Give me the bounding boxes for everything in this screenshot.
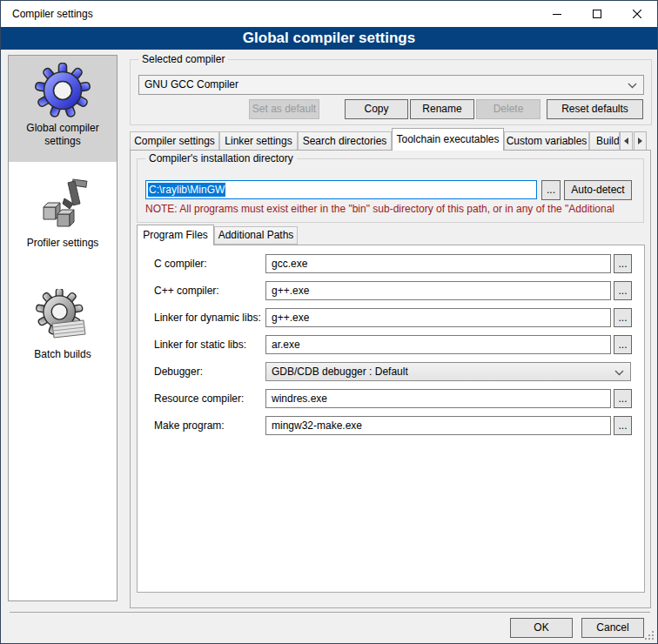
c-compiler-value: gcc.exe <box>272 258 307 270</box>
set-as-default-button: Set as default <box>249 99 319 119</box>
compiler-select[interactable]: GNU GCC Compiler <box>138 75 644 95</box>
chevron-down-icon <box>628 83 637 89</box>
profiler-caliper-icon <box>35 178 91 233</box>
make-program-value: mingw32-make.exe <box>272 419 362 432</box>
browse-button-c-compiler[interactable]: ... <box>614 281 632 300</box>
subtab-program-files[interactable]: Program Files <box>137 225 214 245</box>
tab-linker-settings[interactable]: Linker settings <box>219 131 298 151</box>
installation-directory-input[interactable]: C:\raylib\MinGW <box>145 180 537 199</box>
browse-directory-button[interactable]: ... <box>541 180 561 200</box>
linker-for-dynamic-libs-input[interactable]: g++.exe <box>265 308 611 327</box>
copy-button[interactable]: Copy <box>345 99 408 119</box>
dialog-header: Global compiler settings <box>1 27 657 50</box>
make-program-input[interactable]: mingw32-make.exe <box>265 416 611 435</box>
installation-directory-value: C:\raylib\MinGW <box>148 183 225 197</box>
tab-search-directories[interactable]: Search directories <box>298 131 392 151</box>
linker-for-static-libs-input[interactable]: ar.exe <box>265 335 611 354</box>
c-compiler-value: g++.exe <box>272 285 309 297</box>
c-compiler-input[interactable]: gcc.exe <box>265 254 611 273</box>
resource-compiler-input[interactable]: windres.exe <box>265 389 611 408</box>
sidebar-item-batch-builds[interactable]: Batch builds <box>9 282 117 379</box>
resize-grip[interactable] <box>645 631 654 640</box>
field-label-c-compiler: C compiler: <box>154 254 264 273</box>
tab-custom-variables[interactable]: Custom variables <box>504 131 589 151</box>
resize-grip-dots <box>652 638 654 640</box>
field-label-make-program: Make program: <box>154 416 264 435</box>
field-label-linker-for-dynamic-libs: Linker for dynamic libs: <box>154 308 264 327</box>
linker-for-static-libs-value: ar.exe <box>272 339 300 351</box>
scroll-left-icon <box>624 138 628 144</box>
installation-directory-group-label: Compiler's installation directory <box>145 152 297 164</box>
window-title: Compiler settings <box>12 1 93 27</box>
tab-scroll-right-button[interactable] <box>634 131 647 151</box>
selected-compiler-group-label: Selected compiler <box>138 53 228 65</box>
program-files-panel: C compiler:gcc.exe...C++ compiler:g++.ex… <box>137 245 645 593</box>
sidebar-item-profiler-settings[interactable]: Profiler settings <box>9 171 117 268</box>
ok-button[interactable]: OK <box>510 618 573 638</box>
maximize-button[interactable] <box>577 1 617 26</box>
linker-for-dynamic-libs-value: g++.exe <box>272 312 309 324</box>
delete-button: Delete <box>476 99 540 119</box>
field-label-debugger: Debugger: <box>154 362 264 381</box>
subtab-additional-paths[interactable]: Additional Paths <box>214 226 298 245</box>
browse-button-linker-for-dynamic-libs[interactable]: ... <box>614 308 632 327</box>
maximize-icon <box>593 10 601 18</box>
scroll-right-icon <box>638 138 642 144</box>
cancel-button[interactable]: Cancel <box>581 618 644 638</box>
gear-blue-icon <box>35 63 91 118</box>
c-compiler-input[interactable]: g++.exe <box>265 281 611 300</box>
compiler-select-value: GNU GCC Compiler <box>144 78 238 91</box>
sidebar-item-label: Profiler settings <box>9 235 117 257</box>
auto-detect-button[interactable]: Auto-detect <box>564 180 632 200</box>
debugger-select[interactable]: GDB/CDB debugger : Default <box>265 362 631 381</box>
sidebar-item-label: Global compiler settings <box>9 120 117 155</box>
minimize-button[interactable] <box>537 1 577 26</box>
chevron-down-icon <box>614 370 624 376</box>
tab-toolchain-executables[interactable]: Toolchain executables <box>392 128 504 151</box>
browse-button-make-program[interactable]: ... <box>614 416 632 435</box>
sidebar-item-global-compiler-settings[interactable]: Global compiler settings <box>9 56 117 162</box>
bin-subdirectory-note: NOTE: All programs must exist either in … <box>145 203 638 215</box>
tab-build-options[interactable]: Build options <box>589 131 620 151</box>
footer-divider <box>10 612 650 613</box>
titlebar: Compiler settings <box>1 1 657 27</box>
sidebar-item-label: Batch builds <box>9 346 117 368</box>
browse-button-linker-for-static-libs[interactable]: ... <box>614 335 632 354</box>
tab-compiler-settings[interactable]: Compiler settings <box>130 131 219 151</box>
browse-button-c-compiler[interactable]: ... <box>614 254 632 273</box>
settings-sidebar: Global compiler settingsProfiler setting… <box>8 55 118 601</box>
close-button[interactable] <box>617 1 657 26</box>
debugger-value: GDB/CDB debugger : Default <box>272 366 408 378</box>
compiler-settings-window: Compiler settings Global compiler settin… <box>0 0 658 644</box>
browse-button-resource-compiler[interactable]: ... <box>614 389 632 408</box>
close-icon <box>633 10 641 18</box>
minimize-icon <box>553 10 561 18</box>
resource-compiler-value: windres.exe <box>272 392 327 405</box>
batch-builds-icon <box>35 289 91 345</box>
field-label-c-compiler: C++ compiler: <box>154 281 264 300</box>
installation-directory-group: Compiler's installation directory C:\ray… <box>137 158 644 223</box>
field-label-resource-compiler: Resource compiler: <box>154 389 264 408</box>
rename-button[interactable]: Rename <box>410 99 474 119</box>
field-label-linker-for-static-libs: Linker for static libs: <box>154 335 264 354</box>
reset-defaults-button[interactable]: Reset defaults <box>547 99 643 119</box>
tab-scroll-left-button[interactable] <box>620 131 633 151</box>
